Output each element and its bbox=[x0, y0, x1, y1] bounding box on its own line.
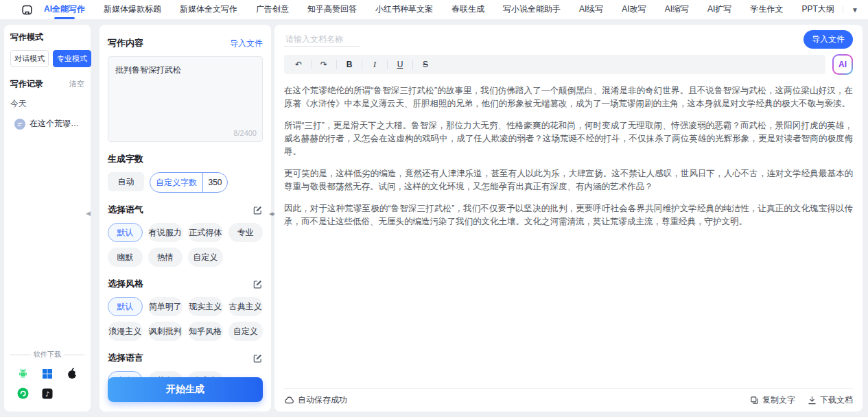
style-option[interactable]: 自定义 bbox=[228, 322, 263, 341]
tone-option[interactable]: 正式得体 bbox=[188, 223, 223, 242]
autosave-status: 自动保存成功 bbox=[284, 394, 347, 406]
clear-history-link[interactable]: 清空 bbox=[69, 79, 84, 89]
ai-assistant-badge[interactable]: AI bbox=[832, 54, 853, 75]
style-option[interactable]: 默认 bbox=[108, 297, 143, 316]
style-option[interactable]: 现实主义 bbox=[188, 297, 223, 316]
sidebar-collapse-button[interactable]: ◀ bbox=[86, 210, 91, 217]
editor-import-file-button[interactable]: 导入文件 bbox=[804, 30, 853, 49]
document-paragraph: 更可笑的是，这样低劣的编造，竟然还有人津津乐道，甚至有人以此为乐，大肆宣扬。这不… bbox=[284, 167, 853, 193]
custom-count-label: 自定义字数 bbox=[150, 173, 203, 192]
nav-tab[interactable]: 写小说全能助手 bbox=[503, 0, 561, 20]
writing-mode-title: 写作模式 bbox=[10, 32, 84, 43]
nav-tab[interactable]: 知乎高赞回答 bbox=[307, 0, 357, 20]
douyin-icon[interactable]: ♪ bbox=[42, 388, 53, 399]
strikethrough-icon[interactable]: S bbox=[418, 57, 433, 72]
software-download-divider: 软件下载 bbox=[10, 350, 84, 359]
tone-option[interactable]: 专业 bbox=[228, 223, 263, 242]
nav-tab[interactable]: AI缩写 bbox=[665, 0, 689, 20]
language-label: 选择语言 bbox=[108, 352, 143, 364]
tone-option[interactable]: 热情 bbox=[148, 248, 183, 267]
editor-panel: 导入文件 ↶ ↷ B I U S AI 在这个荒谬绝伦的所谓“鲁智深三打武松”的… bbox=[274, 25, 863, 412]
style-option[interactable]: 知乎风格 bbox=[188, 322, 223, 341]
nav-tab[interactable]: AI续写 bbox=[579, 0, 603, 20]
top-nav: AI全能写作 新媒体爆款标题 新媒体全文写作 广告创意 知乎高赞回答 小红书种草… bbox=[0, 0, 868, 19]
history-group-label: 今天 bbox=[10, 98, 84, 110]
nav-tab[interactable]: AI全能写作 bbox=[44, 0, 85, 20]
home-icon[interactable] bbox=[21, 3, 33, 16]
char-counter: 8/2400 bbox=[233, 129, 257, 137]
svg-text:♪: ♪ bbox=[45, 390, 49, 397]
style-option[interactable]: 讽刺批判 bbox=[148, 322, 183, 341]
word-count-custom-option[interactable]: 自定义字数 350 bbox=[150, 172, 228, 193]
writing-content-value: 批判鲁智深打武松 bbox=[115, 64, 255, 76]
nav-tab[interactable]: AI扩写 bbox=[707, 0, 731, 20]
style-option[interactable]: 简单明了 bbox=[148, 297, 183, 316]
download-doc-label: 下载文档 bbox=[820, 394, 853, 406]
history-title: 写作记录 bbox=[10, 78, 43, 90]
download-icon bbox=[808, 396, 817, 405]
underline-icon[interactable]: U bbox=[392, 57, 408, 72]
copy-text-button[interactable]: 复制文字 bbox=[750, 394, 795, 406]
word-count-label: 生成字数 bbox=[108, 153, 143, 165]
document-paragraph: 在这个荒谬绝伦的所谓“鲁智深三打武松”的故事里，我们仿佛踏入了一个颠倒黑白、混淆… bbox=[284, 84, 853, 110]
pro-mode-button[interactable]: 专业模式 bbox=[53, 50, 91, 67]
tone-label: 选择语气 bbox=[108, 204, 143, 216]
nav-tab[interactable]: AI改写 bbox=[622, 0, 646, 20]
nav-tab[interactable]: 春联生成 bbox=[451, 0, 484, 20]
composer-panel: 写作内容 导入文件 批判鲁智深打武松 8/2400 生成字数 自动 自定义字数 … bbox=[99, 25, 271, 412]
style-edit-icon[interactable] bbox=[253, 279, 263, 289]
style-option[interactable]: 古典主义 bbox=[228, 297, 263, 316]
nav-tab[interactable]: 广告创意 bbox=[256, 0, 289, 20]
sidebar: 写作模式 对话模式 专业模式 写作记录 清空 今天 在这个荒谬绝... 软件下载 bbox=[4, 25, 91, 412]
apple-icon[interactable] bbox=[67, 368, 78, 379]
tone-option[interactable]: 自定义 bbox=[188, 248, 223, 267]
document-body[interactable]: 在这个荒谬绝伦的所谓“鲁智深三打武松”的故事里，我们仿佛踏入了一个颠倒黑白、混淆… bbox=[284, 84, 853, 394]
editor-toolbar: ↶ ↷ B I U S bbox=[284, 55, 825, 74]
custom-count-value-input[interactable]: 350 bbox=[203, 173, 227, 192]
cloud-icon bbox=[284, 396, 294, 405]
history-item-label: 在这个荒谬绝... bbox=[30, 118, 84, 130]
nav-tab[interactable]: 学生作文 bbox=[750, 0, 783, 20]
copy-text-label: 复制文字 bbox=[762, 394, 795, 406]
document-paragraph: 因此，对于这种荒谬至极的“鲁智深三打武松”，我们不仅要予以坚决的批判，更要呼吁社… bbox=[284, 202, 853, 228]
doc-name-input[interactable] bbox=[284, 32, 360, 47]
redo-icon[interactable]: ↷ bbox=[316, 57, 331, 72]
ai-badge-label: AI bbox=[834, 56, 852, 73]
tone-option[interactable]: 幽默 bbox=[108, 248, 143, 267]
software-download-label: 软件下载 bbox=[34, 350, 61, 359]
tone-option[interactable]: 有说服力 bbox=[148, 223, 183, 242]
chat-mode-button[interactable]: 对话模式 bbox=[10, 50, 49, 67]
editor-footer: 自动保存成功 复制文字 下载文档 bbox=[284, 388, 853, 412]
tone-option[interactable]: 默认 bbox=[108, 223, 143, 242]
tone-edit-icon[interactable] bbox=[253, 205, 263, 215]
writing-content-title: 写作内容 bbox=[108, 37, 143, 49]
android-icon[interactable] bbox=[17, 368, 29, 379]
app-window: AI全能写作 新媒体爆款标题 新媒体全文写作 广告创意 知乎高赞回答 小红书种草… bbox=[0, 0, 868, 417]
generate-button[interactable]: 开始生成 bbox=[108, 377, 263, 402]
autosave-status-text: 自动保存成功 bbox=[298, 394, 347, 406]
italic-icon[interactable]: I bbox=[367, 57, 382, 72]
nav-tab[interactable]: 新媒体爆款标题 bbox=[104, 0, 161, 20]
language-edit-icon[interactable] bbox=[253, 353, 263, 364]
windows-icon[interactable] bbox=[42, 368, 53, 379]
document-icon bbox=[14, 119, 25, 130]
word-count-auto-option[interactable]: 自动 bbox=[108, 172, 144, 191]
writing-content-textarea[interactable]: 批判鲁智深打武松 8/2400 bbox=[108, 56, 263, 142]
nav-tab[interactable]: 小红书种草文案 bbox=[375, 0, 433, 20]
copy-icon bbox=[750, 396, 759, 405]
style-option[interactable]: 浪漫主义 bbox=[108, 322, 143, 341]
history-item[interactable]: 在这个荒谬绝... bbox=[10, 118, 84, 130]
style-label: 选择风格 bbox=[108, 278, 143, 290]
nav-tab[interactable]: 新媒体全文写作 bbox=[180, 0, 237, 20]
download-doc-button[interactable]: 下载文档 bbox=[808, 394, 853, 406]
nav-tabs: AI全能写作 新媒体爆款标题 新媒体全文写作 广告创意 知乎高赞回答 小红书种草… bbox=[44, 0, 834, 20]
document-paragraph: 所谓“三打”，更是滑天下之大稽。鲁智深，那位力大无穷、性格豪爽的花和尚，何时变成… bbox=[284, 119, 853, 158]
wechat-channels-icon[interactable] bbox=[17, 388, 29, 399]
composer-import-file-link[interactable]: 导入文件 bbox=[230, 38, 263, 49]
undo-icon[interactable]: ↶ bbox=[291, 57, 306, 72]
nav-more-caret-icon[interactable]: ▼ bbox=[843, 6, 858, 14]
nav-tab[interactable]: PPT大纲 bbox=[801, 0, 834, 20]
bold-icon[interactable]: B bbox=[342, 57, 357, 72]
